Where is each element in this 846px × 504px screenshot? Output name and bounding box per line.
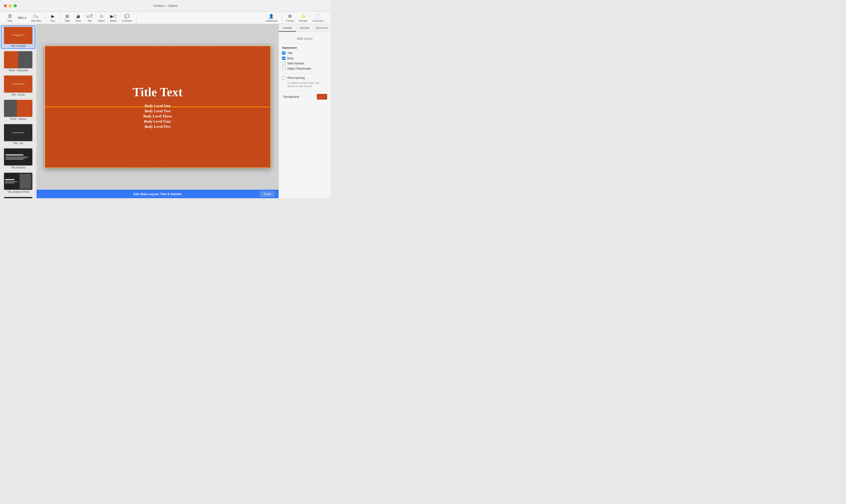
window-title: Untitled — Edited [153, 4, 177, 7]
allow-layering-checkbox[interactable] [282, 76, 285, 79]
sidebar-icon: ☰ [8, 14, 12, 19]
title-checkbox-label: Title [287, 51, 293, 55]
right-tools-group: ⚙ Format ✨ Animate 📄 Document [282, 12, 328, 24]
photo-part-3 [4, 100, 17, 117]
document-button[interactable]: 📄 Document [311, 13, 325, 23]
slide-content: Title Text Body Level One Body Level Two… [45, 46, 271, 168]
slide-thumb-2[interactable]: Lorem Ipsum Dolor Title - Center [1, 75, 35, 97]
slide-thumb-preview-6 [4, 173, 32, 190]
format-button[interactable]: ⚙ Format [284, 13, 296, 23]
status-text: Edit Slide Layout: Title & Subtitle [134, 192, 181, 196]
media-button[interactable]: ▶□ Media [108, 13, 118, 23]
body-checkbox[interactable] [282, 57, 285, 60]
slide-label-5: Title & Bullets [11, 166, 25, 169]
body-line-2: Body Level Two [145, 109, 171, 113]
thumb-6-b2 [5, 183, 14, 183]
shape-label: Shape [98, 20, 105, 22]
view-group: ☰ View 66% ▾ □₊ Add Slide [3, 12, 46, 24]
play-group: ▶ Play [46, 12, 60, 24]
section-divider-2 [282, 91, 327, 91]
slide-title: Title Text [133, 85, 182, 99]
animate-button[interactable]: ✨ Animate [297, 13, 310, 23]
title-checkbox[interactable] [282, 51, 285, 55]
slide-thumb-4[interactable]: Lorem Ipsum Dolor Title - Top [1, 123, 35, 146]
slide-label-4: Title - Top [13, 142, 23, 145]
allow-layering-label: Allow layering [287, 76, 305, 79]
slide-thumb-0[interactable]: Lorem Ipsum Dolor Subtitle Title & Subti… [1, 26, 35, 48]
text-button[interactable]: ▭T Text [84, 13, 95, 23]
tab-animate[interactable]: Animate [296, 24, 313, 32]
maximize-button[interactable] [14, 4, 17, 7]
slide-thumb-3[interactable]: Photo - Vertical [1, 99, 35, 121]
slide-label-3: Photo - Vertical [10, 118, 26, 120]
collaborate-button[interactable]: 👤 Collaborate [263, 13, 279, 23]
comment-label: Comment [122, 20, 132, 22]
slide-layout-title: Slide Layout [282, 35, 327, 43]
checkbox-row-allow-layering: Allow layering [282, 76, 327, 79]
background-text: Background [284, 95, 299, 98]
table-button[interactable]: ⊞ Table [63, 13, 72, 23]
close-button[interactable] [4, 4, 7, 7]
format-label: Format [286, 20, 294, 22]
comment-button[interactable]: 💬 Comment [120, 13, 134, 23]
object-placeholder-checkbox[interactable] [282, 67, 285, 70]
play-button[interactable]: ▶ Play [48, 13, 58, 23]
slide-canvas[interactable]: Title Text Body Level One Body Level Two… [45, 46, 271, 168]
slide-label-6: Title, Bullets & Photo [7, 191, 29, 193]
thumb-2-title: Lorem Ipsum Dolor [12, 83, 24, 85]
slide-thumb-5[interactable]: Title & Bullets [1, 147, 35, 170]
add-slide-button[interactable]: □₊ Add Slide [29, 13, 43, 23]
collaborate-group: 👤 Collaborate [261, 12, 282, 24]
background-label[interactable]: › Background [282, 95, 299, 98]
body-line-3: Body Level Three [143, 114, 172, 119]
slide-thumb-1[interactable]: Photo - Horizontal [1, 50, 35, 73]
collaborate-icon: 👤 [269, 14, 274, 19]
slide-number-checkbox[interactable] [282, 62, 285, 65]
view-label: View [7, 20, 13, 22]
object-placeholder-label: Object Placeholder [287, 67, 311, 70]
canvas-column: Title Text Body Level One Body Level Two… [37, 24, 279, 198]
shape-button[interactable]: ◇ Shape [96, 13, 107, 23]
allow-layering-desc: Let objects on slides layer with objects… [287, 82, 327, 88]
zoom-chevron-icon: ▾ [24, 16, 26, 20]
document-label: Document [313, 20, 323, 22]
slide-label-2: Title - Center [11, 93, 25, 96]
slide-body: Body Level One Body Level Two Body Level… [143, 104, 172, 129]
status-bar: Edit Slide Layout: Title & Subtitle Done [37, 190, 279, 198]
slide-thumb-7[interactable]: Bullets [1, 196, 35, 198]
main-content: Lorem Ipsum Dolor Subtitle Title & Subti… [0, 24, 331, 198]
slide-thumb-preview-2: Lorem Ipsum Dolor [4, 75, 32, 92]
tab-format[interactable]: Format [279, 24, 296, 32]
slide-thumb-6[interactable]: Title, Bullets & Photo [1, 172, 35, 194]
table-label: Table [65, 20, 70, 22]
tab-document[interactable]: Document [313, 24, 331, 32]
canvas-area: Title Text Body Level One Body Level Two… [37, 24, 279, 190]
minimize-button[interactable] [9, 4, 12, 7]
zoom-value: 66% [18, 16, 23, 20]
add-slide-icon: □₊ [34, 14, 39, 19]
format-icon: ⚙ [288, 14, 292, 19]
thumb-0-sub: Subtitle [17, 36, 20, 37]
background-color-swatch[interactable] [317, 94, 327, 100]
document-icon: 📄 [315, 14, 320, 19]
body-line-4: Body Level Four [144, 120, 171, 124]
done-button[interactable]: Done [260, 191, 275, 197]
traffic-lights [4, 4, 17, 7]
photo-part-1 [18, 51, 32, 68]
zoom-control[interactable]: 66% ▾ [16, 15, 28, 20]
body-line-1: Body Level One [145, 104, 171, 108]
thumb-6-title [5, 179, 14, 180]
view-button[interactable]: ☰ View [5, 13, 15, 23]
collaborate-label: Collaborate [265, 20, 277, 22]
animate-label: Animate [299, 20, 307, 22]
appearance-section-title: Appearance [282, 46, 327, 49]
comment-icon: 💬 [124, 14, 129, 19]
chart-label: Chart [75, 20, 81, 22]
add-slide-label: Add Slide [31, 20, 41, 22]
right-panel-tabs: Format Animate Document [279, 24, 331, 32]
status-prefix: Edit Slide Layout: [134, 192, 160, 196]
thumb-5-bullet-2 [5, 158, 26, 159]
insert-group: ⊞ Table ◕ Chart ▭T Text ◇ Shape ▶□ Media… [60, 12, 137, 24]
chart-button[interactable]: ◕ Chart [73, 13, 83, 23]
slide-panel: Lorem Ipsum Dolor Subtitle Title & Subti… [0, 24, 37, 198]
